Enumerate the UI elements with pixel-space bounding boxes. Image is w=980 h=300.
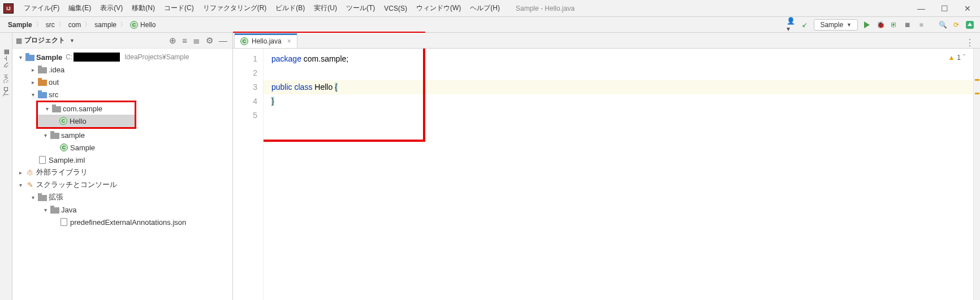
breadcrumb-sep: 〉 xyxy=(120,20,127,29)
debug-icon[interactable]: 🐞 xyxy=(876,20,885,29)
tree-scratches[interactable]: ▾ ✎ スクラッチとコンソール xyxy=(12,179,232,191)
minimize-button[interactable]: — xyxy=(917,4,925,13)
code-line-2[interactable] xyxy=(271,66,980,80)
add-user-icon[interactable]: 👤▾ xyxy=(787,20,796,29)
profile-icon[interactable]: ⏹ xyxy=(903,20,912,29)
code-line-5[interactable] xyxy=(271,108,980,123)
menu-file[interactable]: ファイル(F) xyxy=(19,1,64,15)
editor-tab-hello[interactable]: C Hello.java × xyxy=(234,33,297,48)
code-line-4[interactable]: } xyxy=(271,94,980,108)
tree-ext-folder[interactable]: ▾ 拡張 xyxy=(12,191,232,203)
menu-vcs[interactable]: VCS(S) xyxy=(379,2,412,15)
breadcrumb-src[interactable]: src xyxy=(44,21,57,29)
tree-class-sample[interactable]: C Sample xyxy=(12,141,232,154)
tree-idea-folder[interactable]: ▸ .idea xyxy=(12,63,232,76)
hide-icon[interactable]: — xyxy=(217,36,229,45)
code-line-1[interactable]: package com.sample; xyxy=(271,52,980,66)
tab-menu-icon[interactable]: ⋮ xyxy=(960,37,980,48)
menu-edit[interactable]: 編集(E) xyxy=(64,1,96,15)
app-icon: IJ xyxy=(3,3,14,14)
tab-label: Hello.java xyxy=(252,37,282,45)
search-icon[interactable]: 🔍 xyxy=(938,20,947,29)
json-file-icon xyxy=(61,218,67,226)
svg-rect-10 xyxy=(38,90,42,93)
project-tab-label: プロジェクト xyxy=(2,58,10,102)
breadcrumb-class[interactable]: CHello xyxy=(128,21,158,29)
breadcrumb-sep: 〉 xyxy=(58,20,65,29)
tree-src-folder[interactable]: ▾ src xyxy=(12,88,232,101)
sync-icon[interactable]: ⟳ xyxy=(952,20,961,29)
stop-icon[interactable]: ■ xyxy=(917,20,926,29)
close-tab-icon[interactable]: × xyxy=(287,37,291,45)
project-sidebar: ▦ プロジェクト ▼ ⊕ ≡ ≣ ⚙ — ▾ Sample C:IdeaProj… xyxy=(12,33,233,300)
svg-rect-5 xyxy=(38,67,47,73)
menu-view[interactable]: 表示(V) xyxy=(96,1,127,15)
breadcrumb-root[interactable]: Sample xyxy=(6,21,34,29)
tree-annotations-file[interactable]: predefinedExternalAnnotations.json xyxy=(12,216,232,228)
breadcrumb-com[interactable]: com xyxy=(66,21,84,29)
main-menu-bar: IJ ファイル(F) 編集(E) 表示(V) 移動(N) コード(C) リファク… xyxy=(0,0,980,17)
editor-pane: C Hello.java × ⋮ 1 2 3 4 5 package com.s… xyxy=(233,33,980,300)
menu-build[interactable]: ビルド(B) xyxy=(271,1,309,15)
chevron-down-icon: ▼ xyxy=(847,22,852,28)
class-icon: C xyxy=(59,117,67,125)
select-opened-icon[interactable]: ⊕ xyxy=(167,36,178,46)
settings-icon[interactable]: ⚙ xyxy=(204,36,215,46)
inspection-badge[interactable]: ▲ 1 ˇ xyxy=(948,51,965,65)
project-tree[interactable]: ▾ Sample C:IdeaProjects¥Sample ▸ .idea ▸… xyxy=(12,49,232,300)
class-icon: C xyxy=(240,37,248,45)
svg-rect-3 xyxy=(25,55,34,61)
warning-icon: ▲ xyxy=(948,51,955,65)
menu-help[interactable]: ヘルプ(H) xyxy=(465,1,504,15)
svg-rect-6 xyxy=(38,66,42,68)
svg-rect-9 xyxy=(38,92,47,98)
sidebar-title: プロジェクト xyxy=(24,36,65,45)
workspace: プロジェクト ▦ ▦ プロジェクト ▼ ⊕ ≡ ≣ ⚙ — ▾ Sample C… xyxy=(0,33,980,300)
menu-tools[interactable]: ツール(T) xyxy=(342,1,379,15)
class-icon: C xyxy=(60,144,68,151)
svg-rect-7 xyxy=(38,80,47,86)
vcs-update-icon[interactable]: ↙ xyxy=(800,20,809,29)
run-config-label: Sample xyxy=(820,21,843,29)
svg-rect-15 xyxy=(38,195,47,201)
sidebar-tab-project[interactable]: プロジェクト ▦ xyxy=(0,33,12,300)
toolbar-right: 👤▾ ↙ Sample ▼ 🐞 ⛨ ⏹ ■ 🔍 ⟳ xyxy=(787,19,974,31)
menu-window[interactable]: ウィンドウ(W) xyxy=(412,1,465,15)
chevron-down-icon[interactable]: ▼ xyxy=(70,38,75,44)
tree-project-root[interactable]: ▾ Sample C:IdeaProjects¥Sample xyxy=(12,51,232,63)
editor-body[interactable]: 1 2 3 4 5 package com.sample; public cla… xyxy=(233,49,980,300)
close-button[interactable]: ✕ xyxy=(964,4,971,13)
menu-code[interactable]: コード(C) xyxy=(159,1,198,15)
coverage-icon[interactable]: ⛨ xyxy=(890,20,899,29)
svg-rect-4 xyxy=(25,53,29,55)
file-icon xyxy=(39,156,46,164)
tree-java-folder[interactable]: ▾ Java xyxy=(12,203,232,216)
breadcrumb-sample[interactable]: sample xyxy=(92,21,119,29)
run-icon[interactable] xyxy=(862,20,871,29)
svg-rect-12 xyxy=(52,105,56,107)
run-config-selector[interactable]: Sample ▼ xyxy=(814,19,858,31)
code-line-3[interactable]: public class Hello { xyxy=(271,80,980,94)
tree-external-libs[interactable]: ▸ ⫛ 外部ライブラリ xyxy=(12,166,232,179)
menu-navigate[interactable]: 移動(N) xyxy=(127,1,159,15)
class-icon: C xyxy=(130,21,138,29)
window-title: Sample - Hello.java xyxy=(516,5,575,12)
tree-package-sample[interactable]: ▾ sample xyxy=(12,129,232,141)
tree-class-hello[interactable]: C Hello xyxy=(38,115,135,127)
marker-stripe[interactable] xyxy=(973,49,980,300)
svg-rect-13 xyxy=(50,133,59,139)
tree-iml-file[interactable]: Sample.iml xyxy=(12,154,232,166)
svg-rect-14 xyxy=(50,131,54,133)
breadcrumb-sep: 〉 xyxy=(84,20,91,29)
maximize-button[interactable]: ☐ xyxy=(941,4,948,13)
editor-tabstrip: C Hello.java × ⋮ xyxy=(233,33,980,49)
ide-update-icon[interactable] xyxy=(965,20,974,29)
code-area[interactable]: package com.sample; public class Hello {… xyxy=(264,49,980,300)
tree-out-folder[interactable]: ▸ out xyxy=(12,76,232,88)
collapse-all-icon[interactable]: ≣ xyxy=(191,36,202,46)
menu-refactor[interactable]: リファクタリング(R) xyxy=(198,1,271,15)
expand-all-icon[interactable]: ≡ xyxy=(180,36,189,45)
svg-rect-18 xyxy=(50,206,54,208)
menu-run[interactable]: 実行(U) xyxy=(309,1,342,15)
tree-package-comsample[interactable]: ▾ com.sample xyxy=(38,102,135,115)
